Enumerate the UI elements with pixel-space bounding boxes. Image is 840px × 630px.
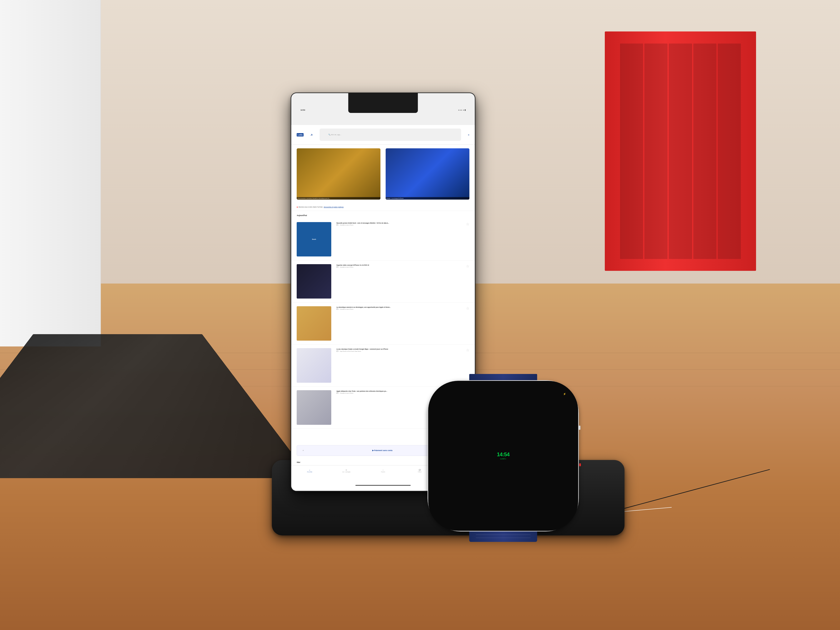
watch-day: Lundi 1: [500, 458, 506, 460]
tab-shared[interactable]: ✉ Les + partagés: [328, 469, 365, 472]
forum-tab-icon: 💬: [419, 469, 421, 471]
watch-screen: ⚡ 14:54 Lundi 1: [428, 381, 578, 531]
favorites-tab-icon: ☆: [382, 469, 384, 471]
apple-watch: ⚡ 14:54 Lundi 1: [428, 374, 579, 542]
search-placeholder: Mot clé, app...: [331, 134, 341, 136]
radiator-line: [693, 44, 717, 259]
news-meta: 💬 2 · Actualité et avec iPhone: [336, 266, 461, 268]
watch-crown-button: [579, 463, 581, 466]
radiator: [605, 32, 756, 271]
video-thumb-1[interactable]: 30 accessoires connectés HomeKit et domo…: [297, 148, 381, 200]
news-text: Le jeu classique Snake a envahi Google M…: [336, 348, 461, 352]
yt-link[interactable]: découvertes et guides pratiques: [324, 206, 344, 208]
home-tab-icon: ⌂: [309, 469, 310, 471]
ad-text: ▶ Paiement sans conta: [372, 449, 393, 452]
videos-row: 30 accessoires connectés HomeKit et domo…: [291, 145, 475, 203]
news-text: La domotique amenée à se développer, une…: [336, 306, 461, 310]
tab-shared-label: Les + partagés: [342, 471, 351, 472]
radiator-line: [620, 44, 643, 259]
logo-badge: i-nfo: [297, 133, 303, 136]
news-title: Superbe vidéo concept d'iPhone 11 et d'i…: [336, 264, 461, 266]
yt-promo: ▶ Abonnez-vous à notre chaîne YouTube : …: [291, 203, 475, 211]
furniture-left: [0, 0, 101, 346]
news-meta: 💬 1 · Actualité et avec iPhone: [336, 224, 461, 226]
news-item[interactable]: Sosh Nouvelle promo forfait Sosh : voix …: [291, 218, 475, 261]
signal-icon: ▲▲▲: [458, 109, 463, 111]
yt-promo-text: Abonnez-vous à notre chaîne YouTube : dé…: [298, 206, 344, 208]
shared-tab-icon: ✉: [346, 469, 347, 471]
news-title: Nouvelle promo forfait Sosh : voix et me…: [336, 222, 461, 224]
news-thumb-iphone: [297, 264, 332, 299]
logo-fr: .fr: [310, 134, 313, 136]
watch-body: ⚡ 14:54 Lundi 1: [428, 380, 579, 532]
scene: 14:54 ▲▲▲ ▲ ▓ i-nfo .fr 🔍 Mot clé,: [0, 0, 840, 630]
ad-close-icon[interactable]: ✕: [303, 450, 304, 452]
video-caption-1: 30 accessoires connectés HomeKit et domo…: [297, 197, 381, 200]
section-today: Aujourd'hui: [291, 211, 475, 218]
status-icons: ▲▲▲ ▲ ▓: [458, 109, 466, 111]
news-thumb-sosh: Sosh: [297, 222, 332, 257]
star-icon[interactable]: ☆: [466, 222, 469, 226]
search-bar[interactable]: 🔍 Mot clé, app...: [320, 128, 461, 141]
nav-bar: i-nfo .fr 🔍 Mot clé, app... ≡: [291, 125, 475, 145]
home-bar: [355, 485, 411, 486]
radiator-line: [644, 44, 668, 259]
news-meta: 💬 2 · App iPhone et iPod Touch (App Stor…: [336, 351, 461, 352]
news-item[interactable]: Superbe vidéo concept d'iPhone 11 et d'i…: [291, 261, 475, 303]
video-thumb-2[interactable]: Dossier : la recharge fil iPhone: [385, 148, 469, 200]
tab-favorites[interactable]: ☆ Favoris: [365, 469, 401, 472]
news-item[interactable]: La domotique amenée à se développer, une…: [291, 303, 475, 344]
news-thumb-tesla: [297, 390, 332, 425]
star-icon[interactable]: ☆: [466, 264, 469, 268]
tab-home[interactable]: ⌂ A La Une: [291, 469, 328, 472]
yt-promo-detail: à notre chaîne YouTube :: [308, 206, 324, 208]
star-icon[interactable]: ☆: [466, 306, 469, 311]
news-meta: 💬 0 · Actualité et avec iPhone: [336, 308, 461, 310]
status-time: 14:54: [300, 109, 305, 111]
video-caption-2: Dossier : la recharge fil iPhone: [385, 197, 469, 200]
watch-time: 14:54: [497, 452, 509, 457]
news-text: Nouvelle promo forfait Sosh : voix et me…: [336, 222, 461, 226]
tab-forum-label: Forum: [418, 471, 422, 472]
watch-crown: [579, 426, 580, 430]
news-title: Le jeu classique Snake a envahi Google M…: [336, 348, 461, 350]
radiator-line: [718, 44, 741, 259]
wifi-icon: ▲: [463, 109, 464, 111]
search-icon: 🔍: [328, 134, 330, 136]
watch-band-bottom: [469, 532, 537, 542]
battery-icon: ▓: [464, 109, 466, 111]
watch-charging-icon: ⚡: [563, 393, 566, 395]
news-thumb-domotic: [297, 306, 332, 341]
news-thumb-snake: [297, 348, 332, 383]
news-text: Superbe vidéo concept d'iPhone 11 et d'i…: [336, 264, 461, 268]
youtube-icon: ▶: [297, 206, 298, 208]
radiator-lines: [620, 44, 741, 259]
star-icon[interactable]: ☆: [466, 348, 469, 352]
hamburger-icon[interactable]: ≡: [468, 134, 469, 136]
tab-home-label: A La Une: [307, 471, 312, 472]
news-title: La domotique amenée à se développer, une…: [336, 306, 461, 308]
yt-subscribe-text: Abonnez-vous: [298, 206, 308, 208]
iphone-notch: [348, 93, 418, 113]
watch-band-top: [469, 374, 537, 380]
radiator-line: [669, 44, 692, 259]
tab-favorites-label: Favoris: [381, 471, 385, 472]
